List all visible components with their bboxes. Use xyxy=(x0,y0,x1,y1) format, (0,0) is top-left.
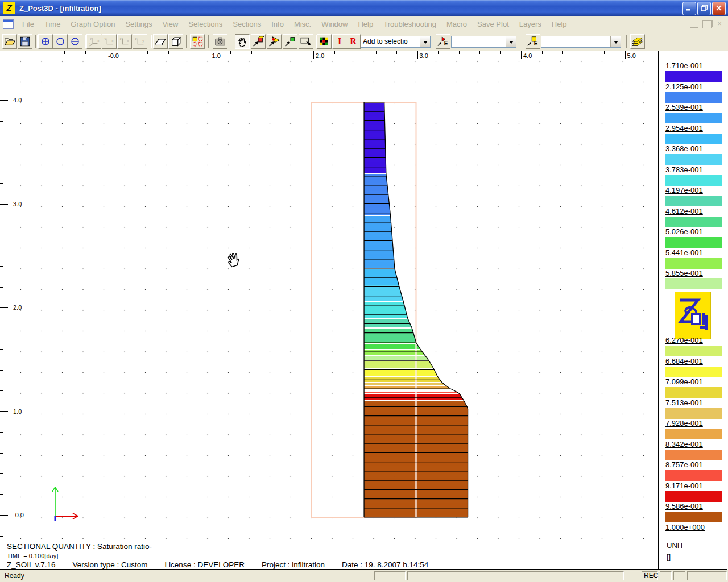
menu-item-view[interactable]: View xyxy=(157,20,183,28)
x-axis-minor-tick xyxy=(251,51,252,54)
menu-item-info[interactable]: Info xyxy=(266,20,289,28)
status-bar: Ready REC xyxy=(0,571,728,582)
y-axis-minor-tick xyxy=(0,536,3,537)
menu-item-settings[interactable]: Settings xyxy=(120,20,157,28)
svg-text:y: y xyxy=(90,36,92,40)
window-title: Z_Post3D - [infiltration] xyxy=(19,4,101,13)
version-line: Z_SOIL v.7.16Version type : CustomLicens… xyxy=(7,560,445,569)
combo-dropdown-icon[interactable] xyxy=(506,36,516,47)
legend-value-label: 9.171e-001 xyxy=(665,481,722,490)
view-xyz-button: yxz xyxy=(86,34,101,49)
version-line-part: Date : 19. 8.2007 h.14:54 xyxy=(342,560,428,569)
legend-value-label: 5.855e-001 xyxy=(665,269,722,278)
combo-dropdown-icon[interactable] xyxy=(610,36,621,47)
pick-red-box-button[interactable] xyxy=(251,34,266,49)
app-icon: Z xyxy=(3,2,15,14)
status-panel xyxy=(673,571,685,580)
x-axis-minor-tick xyxy=(147,51,148,54)
section-plane-button[interactable] xyxy=(153,34,168,49)
x-axis-label: 3.0 xyxy=(420,52,428,59)
y-axis-minor-tick xyxy=(0,246,3,246)
legend-color-swatch xyxy=(665,278,722,289)
zoom-out-button[interactable] xyxy=(68,34,82,49)
x-axis-minor-tick xyxy=(168,51,169,54)
y-axis-minor-tick xyxy=(0,473,3,474)
menu-item-window[interactable]: Window xyxy=(316,20,353,28)
layers-button[interactable] xyxy=(630,34,645,49)
element-list-combo[interactable] xyxy=(451,36,516,48)
document-system-icon[interactable] xyxy=(3,19,14,29)
x-axis-minor-tick xyxy=(479,51,480,54)
menu-item-help[interactable]: Help xyxy=(353,20,378,28)
plot-workspace: -0.01.02.03.04.05.04.03.02.01.0-0.0 1.71… xyxy=(0,51,728,570)
add-to-selection-combo[interactable]: Add to selectio xyxy=(361,36,431,48)
box-3d-button[interactable] xyxy=(168,34,183,49)
element-list-red-button[interactable]: E xyxy=(436,34,450,49)
mdi-minimize-icon[interactable] xyxy=(690,20,698,28)
legend-color-swatch xyxy=(665,346,722,356)
menu-item-file[interactable]: File xyxy=(17,20,39,28)
mdi-close-icon[interactable]: × xyxy=(715,20,723,27)
status-panel xyxy=(374,571,406,580)
y-axis-minor-tick xyxy=(0,329,3,329)
toolbar: yxz yx zx zy xyxy=(0,32,728,52)
record-r-button[interactable]: R xyxy=(346,34,361,49)
version-line-part: Z_SOIL v.7.16 xyxy=(7,560,56,569)
pan-button[interactable] xyxy=(235,34,250,49)
pick-node-button[interactable] xyxy=(267,34,282,49)
menu-item-time[interactable]: Time xyxy=(39,20,65,28)
x-axis-minor-tick xyxy=(334,51,335,54)
menu-item-graph-option[interactable]: Graph Option xyxy=(65,20,120,28)
x-axis-tick xyxy=(417,51,418,59)
snapshot-button[interactable] xyxy=(213,34,228,49)
x-axis-tick xyxy=(313,51,314,59)
checkerboard-button[interactable] xyxy=(317,34,332,49)
x-axis-minor-tick xyxy=(189,51,189,54)
svg-text:y: y xyxy=(105,37,106,40)
mdi-restore-icon[interactable] xyxy=(702,20,712,28)
status-panel xyxy=(407,571,624,580)
legend-value-label: 6.270e-001 xyxy=(665,336,722,345)
y-axis-minor-tick xyxy=(0,266,3,267)
node-list-yellow-button[interactable]: E xyxy=(526,34,540,49)
zoom-window-button[interactable] xyxy=(53,34,68,49)
info-i-button[interactable]: I xyxy=(332,34,347,49)
menu-item-misc-[interactable]: Misc. xyxy=(289,20,316,28)
legend-color-swatch xyxy=(665,470,722,481)
legend-value-label: 2.539e-001 xyxy=(665,103,722,112)
menu-item-layers[interactable]: Layers xyxy=(514,20,547,28)
version-line-part: License : DEVELOPER xyxy=(165,560,245,569)
svg-text:E: E xyxy=(534,40,538,47)
app-window: Z Z_Post3D - [infiltration] FileTimeGrap… xyxy=(0,0,728,582)
render-grid-button[interactable] xyxy=(190,34,205,49)
zoom-in-button[interactable] xyxy=(38,34,53,49)
rect-select-button[interactable] xyxy=(299,34,313,49)
legend-color-swatch xyxy=(665,71,722,82)
combo-dropdown-icon[interactable] xyxy=(420,36,430,47)
open-button[interactable] xyxy=(2,34,17,49)
menu-item-selections[interactable]: Selections xyxy=(183,20,228,28)
legend-value-label: 5.026e-001 xyxy=(665,227,722,236)
legend-color-swatch xyxy=(665,134,722,144)
menu-item-troubleshooting[interactable]: Troubleshooting xyxy=(378,20,441,28)
close-button[interactable] xyxy=(712,2,726,15)
y-axis-minor-tick xyxy=(0,349,3,350)
svg-text:z: z xyxy=(135,37,137,40)
svg-text:x: x xyxy=(112,39,114,43)
svg-text:x: x xyxy=(97,39,99,43)
saturation-contour-plot[interactable] xyxy=(6,63,658,541)
legend-upper-group: 1.710e-0012.125e-0012.539e-0012.954e-001… xyxy=(665,61,722,290)
x-axis-tick xyxy=(521,51,522,59)
minimize-button[interactable] xyxy=(682,2,696,15)
menu-item-macro[interactable]: Macro xyxy=(441,20,472,28)
menu-item-help[interactable]: Help xyxy=(547,20,572,28)
menu-item-save-plot[interactable]: Save Plot xyxy=(472,20,514,28)
legend-value-label: 8.342e-001 xyxy=(665,440,722,449)
restore-button[interactable] xyxy=(697,2,711,15)
save-button[interactable] xyxy=(18,34,32,49)
x-axis-minor-tick xyxy=(646,51,646,54)
pick-green-box-button[interactable] xyxy=(283,34,297,49)
menu-item-sections[interactable]: Sections xyxy=(228,20,266,28)
node-list-combo[interactable] xyxy=(541,36,621,48)
legend-value-label: 3.368e-001 xyxy=(665,144,722,153)
